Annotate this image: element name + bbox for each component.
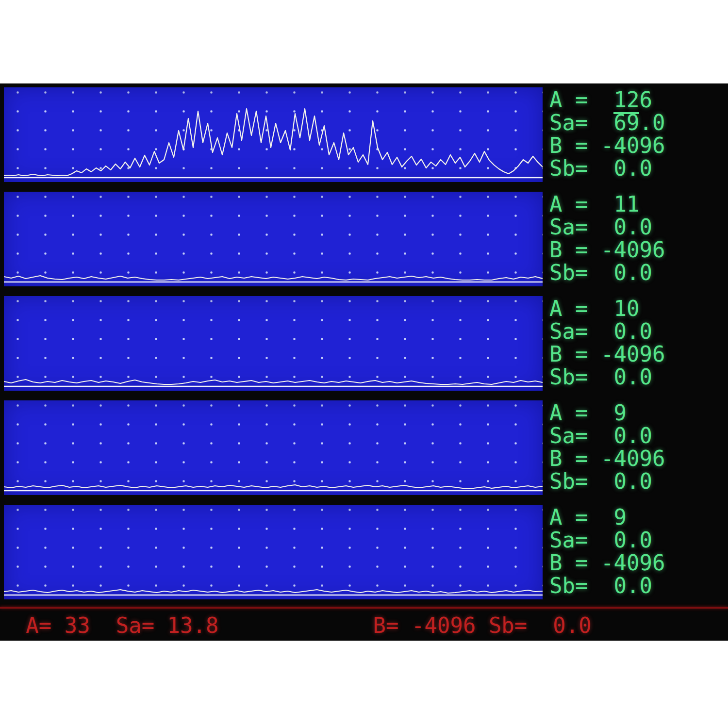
scope-panel-5 bbox=[4, 505, 543, 599]
trace-svg-3 bbox=[4, 296, 543, 391]
readout-sb-value: Sb= 0.0 bbox=[549, 470, 727, 493]
readout-sb-value: Sb= 0.0 bbox=[549, 574, 727, 597]
readout-b-value: B = -4096 bbox=[549, 551, 727, 574]
readout-b-value: B = -4096 bbox=[549, 343, 727, 365]
readout-a-value: A = 9 bbox=[549, 401, 727, 424]
readout-a-value: A = 11 bbox=[549, 193, 727, 215]
scope-panel-3 bbox=[4, 296, 543, 391]
readout-sa-value: Sa= 0.0 bbox=[549, 215, 727, 238]
readout-sa-value: Sa= 0.0 bbox=[549, 424, 727, 447]
a-label: A = bbox=[549, 87, 613, 112]
trace-svg-2 bbox=[4, 192, 543, 286]
readout-panel-5: A = 9 Sa= 0.0 B = -4096 Sb= 0.0 bbox=[549, 506, 727, 597]
photo-background: A = 126 Sa= 69.0 B = -4096 Sb= 0.0 A = 1… bbox=[0, 0, 728, 728]
a-value-rest: 6 bbox=[639, 87, 652, 112]
readout-sa-value: Sa= 69.0 bbox=[549, 111, 727, 134]
waveform-trace bbox=[4, 485, 543, 489]
readout-panel-2: A = 11 Sa= 0.0 B = -4096 Sb= 0.0 bbox=[549, 193, 727, 284]
readout-b-value: B = -4096 bbox=[549, 238, 727, 261]
trace-svg-5 bbox=[4, 505, 543, 599]
waveform-trace bbox=[4, 109, 543, 176]
readout-sa-value: Sa= 0.0 bbox=[549, 320, 727, 343]
readout-a-value: A = 9 bbox=[549, 506, 727, 529]
readout-sb-value: Sb= 0.0 bbox=[549, 157, 727, 180]
waveform-trace bbox=[4, 590, 543, 593]
readout-a-value: A = 10 bbox=[549, 297, 727, 320]
scope-panel-1 bbox=[4, 87, 543, 182]
trace-svg-4 bbox=[4, 400, 543, 495]
instrument-screen: A = 126 Sa= 69.0 B = -4096 Sb= 0.0 A = 1… bbox=[0, 83, 728, 641]
scope-panel-2 bbox=[4, 192, 543, 286]
readout-sa-value: Sa= 0.0 bbox=[549, 529, 727, 551]
readout-a-value: A = 126 bbox=[549, 88, 727, 111]
readout-b-value: B = -4096 bbox=[549, 447, 727, 470]
trace-svg-1 bbox=[4, 87, 543, 182]
waveform-trace bbox=[4, 380, 543, 384]
red-divider-line bbox=[0, 607, 728, 609]
readout-sb-value: Sb= 0.0 bbox=[549, 261, 727, 284]
readout-sb-value: Sb= 0.0 bbox=[549, 365, 727, 388]
readout-panel-4: A = 9 Sa= 0.0 B = -4096 Sb= 0.0 bbox=[549, 401, 727, 493]
status-bar-text: A= 33 Sa= 13.8 B= -4096 Sb= 0.0 bbox=[0, 613, 728, 638]
readout-b-value: B = -4096 bbox=[549, 134, 727, 157]
readout-panel-1: A = 126 Sa= 69.0 B = -4096 Sb= 0.0 bbox=[549, 88, 727, 180]
readout-panel-3: A = 10 Sa= 0.0 B = -4096 Sb= 0.0 bbox=[549, 297, 727, 388]
scope-panel-4 bbox=[4, 400, 543, 495]
waveform-trace bbox=[4, 276, 543, 280]
